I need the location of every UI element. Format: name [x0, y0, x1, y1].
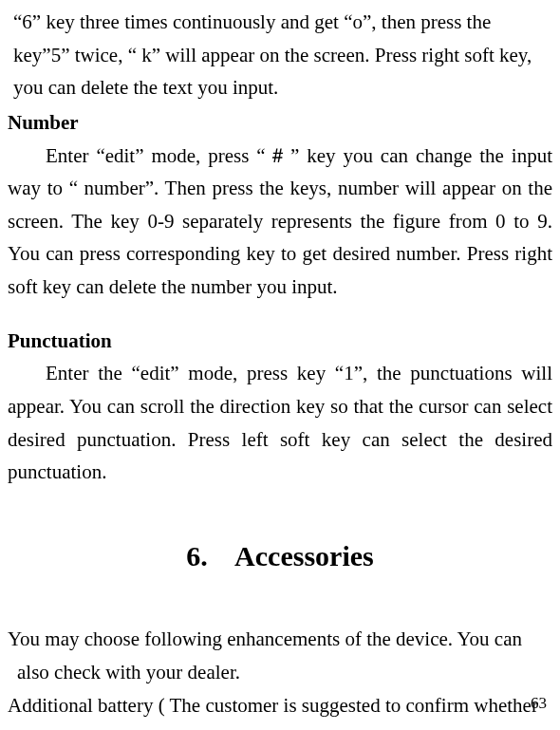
- punctuation-paragraph: Enter the “edit” mode, press key “1”, th…: [8, 357, 552, 489]
- punctuation-heading: Punctuation: [8, 325, 552, 358]
- number-paragraph: Enter “edit” mode, press “＃” key you can…: [8, 140, 552, 304]
- accessories-line2: also check with your dealer.: [8, 656, 552, 689]
- punctuation-body: Enter the “edit” mode, press key “1”, th…: [8, 362, 552, 483]
- intro-paragraph: “6” key three times continuously and get…: [8, 6, 552, 104]
- accessories-paragraph: You may choose following enhancements of…: [8, 623, 552, 721]
- intro-line2: key”5” twice, “ k” will appear on the sc…: [8, 44, 532, 66]
- number-body: Enter “edit” mode, press “＃” key you can…: [8, 144, 552, 299]
- intro-line1: “6” key three times continuously and get…: [8, 10, 491, 33]
- intro-line3: you can delete the text you input.: [8, 76, 278, 99]
- page-number: 63: [531, 690, 547, 717]
- number-heading: Number: [8, 106, 552, 140]
- accessories-line1: You may choose following enhancements of…: [8, 623, 552, 656]
- section-title: 6. Accessories: [8, 533, 552, 580]
- accessories-line3: Additional battery ( The customer is sug…: [8, 689, 552, 722]
